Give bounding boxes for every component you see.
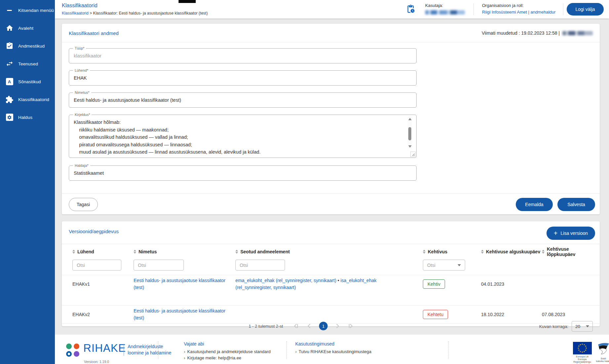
sidebar-item-label: Klassifikaatorid xyxy=(18,97,49,102)
column-header-kehtivuse-alguskuupaev[interactable]: Kehtivuse alguskuupäev xyxy=(481,249,542,254)
footer: RIHAKE Andmekirjelduste loomine ja halda… xyxy=(55,335,609,364)
textarea-scrollbar[interactable] xyxy=(408,117,412,148)
cell-seotud-andmeelement: ema_elukoht_ehak (rel_synniregister, syn… xyxy=(235,277,423,291)
add-version-button[interactable]: + Lisa versioon xyxy=(547,227,595,240)
save-button[interactable]: Salvesta xyxy=(557,198,595,211)
sort-icon xyxy=(423,250,426,254)
scroll-up-icon[interactable] xyxy=(408,118,412,120)
type-field: Tüüp* xyxy=(69,48,417,63)
sidebar-item-label: Haldus xyxy=(18,115,32,120)
topbar: Klassifikaatorid Klassifikaatorid > Klas… xyxy=(55,0,609,18)
sort-icon xyxy=(235,250,238,254)
help-column: Vajate abi ›Kasutusjuhend ja andmekirjel… xyxy=(184,341,271,361)
scrollbar-thumb[interactable] xyxy=(408,127,411,140)
back-button[interactable]: Tagasi xyxy=(69,198,98,211)
column-header-kehtivuse-loppkuupaev[interactable]: Kehtivuse lõppkuupäev xyxy=(542,246,593,257)
versions-card: Versioonid/aegpidevus + Lisa versioon Lü… xyxy=(62,221,600,326)
redacted-area xyxy=(179,0,196,3)
column-header-seotud-andmeelement[interactable]: Seotud andmeelement xyxy=(235,249,423,254)
help-link-manual[interactable]: ›Kasutusjuhend ja andmekirjelduse standa… xyxy=(184,348,271,355)
rihake-classifier-page: { "colors": { "accent": "#1565c0", "side… xyxy=(0,0,609,364)
description-field-label: Kirjeldus* xyxy=(73,113,92,117)
sort-icon xyxy=(134,250,136,254)
help-title: Vajate abi xyxy=(184,341,271,346)
filter-luhend-input[interactable] xyxy=(72,260,121,271)
filter-nimetus-input[interactable] xyxy=(134,260,184,271)
cell-start-date: 04.01.2023 xyxy=(481,281,542,287)
table-row[interactable]: EHAKv1 Eesti haldus- ja asustusjaotuse k… xyxy=(62,275,600,293)
divider xyxy=(62,42,600,42)
sidebar-item-label: Avaleht xyxy=(18,26,33,31)
filter-kehtivus-select[interactable]: Otsi xyxy=(423,260,465,271)
cell-end-date: 07.08.2023 xyxy=(542,312,593,317)
dotted-divider xyxy=(448,341,449,359)
card-title: Klassifikaatori andmed xyxy=(69,30,119,36)
table-filter-row: Otsi xyxy=(62,260,600,275)
brand-tagline: Andmekirjelduste loomine ja haldamine xyxy=(128,344,171,356)
last-page-icon[interactable] xyxy=(347,323,353,329)
terms-link[interactable]: ›Tutvu RIHAKEse kasutustingimustega xyxy=(295,348,371,355)
eu-logo-block: ★ ★ ★ ★ ★ ★ ★ ★ ★ ★ ★ ★ Euroopa Liit Eur… xyxy=(572,342,592,364)
breadcrumb-link-klassifikaatorid[interactable]: Klassifikaatorid xyxy=(62,11,89,16)
version-name-link[interactable]: Eesti haldus- ja asustusjaotuse klassifi… xyxy=(134,308,225,320)
classifier-data-card: Klassifikaatori andmed Viimati muudetud … xyxy=(62,24,600,214)
chevron-down-icon xyxy=(586,325,589,327)
redacted-user-name xyxy=(425,10,465,15)
description-textarea[interactable]: Klassifikaator hõlmab: riikliku haldamis… xyxy=(69,115,416,158)
sort-icon xyxy=(72,250,75,254)
filter-seotud-input[interactable] xyxy=(235,260,285,271)
separator: • xyxy=(336,278,341,283)
column-header-nimetus[interactable]: Nimetus xyxy=(134,249,235,254)
cell-luhend: EHAKv2 xyxy=(72,312,134,317)
clipboard-check-icon xyxy=(5,42,14,51)
sidebar-item-label: Sõnastikud xyxy=(18,79,41,84)
gear-icon xyxy=(5,113,14,122)
manager-input[interactable] xyxy=(69,166,416,180)
sidebar-item-collapse-menu[interactable]: Kitsendan menüü xyxy=(0,1,55,19)
scroll-down-icon[interactable] xyxy=(408,145,412,148)
chevron-down-icon xyxy=(458,264,461,266)
per-page-select[interactable]: 20 xyxy=(572,321,593,332)
page-number-button[interactable]: 1 xyxy=(319,322,328,330)
sidebar-item-haldus[interactable]: Haldus xyxy=(0,108,55,126)
plus-icon: + xyxy=(554,230,558,237)
sidebar-item-avaleht[interactable]: Avaleht xyxy=(0,19,55,37)
sidebar: Kitsendan menüü Avaleht Andmestikud Teen… xyxy=(0,0,55,364)
table-header-row: Lühend Nimetus Seotud andmeelement Kehti… xyxy=(62,244,600,260)
type-input xyxy=(69,49,416,63)
manager-field: Haldaja* xyxy=(69,165,417,181)
remove-button[interactable]: Eemalda xyxy=(516,198,553,211)
resize-handle[interactable] xyxy=(410,152,416,157)
column-header-kehtivus[interactable]: Kehtivus xyxy=(423,249,481,254)
help-link-email[interactable]: ›Kirjutage meile: help@ria.ee xyxy=(184,355,271,361)
estonia-logo-caption: Eesti tuleviku heaks xyxy=(595,357,609,363)
divider xyxy=(62,193,600,194)
logout-button[interactable]: Logi välja xyxy=(567,3,604,16)
swap-arrows-icon xyxy=(5,59,14,68)
sidebar-item-teenused[interactable]: Teenused xyxy=(0,55,55,73)
terms-title: Kasutustingimused xyxy=(295,341,371,346)
short-name-field-label: Lühend* xyxy=(73,68,90,73)
status-badge-valid: Kehtiv xyxy=(423,279,445,289)
page-title: Klassifikaatorid xyxy=(62,3,98,9)
column-header-luhend[interactable]: Lühend xyxy=(72,249,134,254)
sort-icon xyxy=(542,250,545,254)
per-page-control: Kuvan korraga: 20 xyxy=(539,321,593,332)
pending-actions-icon[interactable] xyxy=(406,4,415,14)
short-name-input[interactable] xyxy=(69,71,416,85)
sidebar-item-andmestikud[interactable]: Andmestikud xyxy=(0,37,55,55)
sidebar-item-klassifikaatorid[interactable]: Klassifikaatorid xyxy=(0,91,55,108)
first-page-icon[interactable] xyxy=(293,323,299,329)
org-role-label: Organisatsioon ja roll: xyxy=(482,3,555,8)
sidebar-item-label: Kitsendan menüü xyxy=(18,8,54,13)
dotted-divider xyxy=(158,341,158,359)
org-role-value[interactable]: Riigi Infosüsteemi Amet | andmehaldur xyxy=(482,10,555,15)
sidebar-item-sonastikud[interactable]: A Sõnastikud xyxy=(0,73,55,91)
data-element-link[interactable]: ema_elukoht_ehak (rel_synniregister, syn… xyxy=(235,278,336,283)
next-page-icon[interactable] xyxy=(336,323,340,329)
version-name-link[interactable]: Eesti haldus- ja asustusjaotuse klassifi… xyxy=(134,278,225,290)
results-summary: 1 - 2 tulemust 2-st xyxy=(249,324,283,329)
name-input[interactable] xyxy=(69,93,416,107)
previous-page-icon[interactable] xyxy=(307,323,311,329)
chevron-right-icon: › xyxy=(295,349,297,354)
